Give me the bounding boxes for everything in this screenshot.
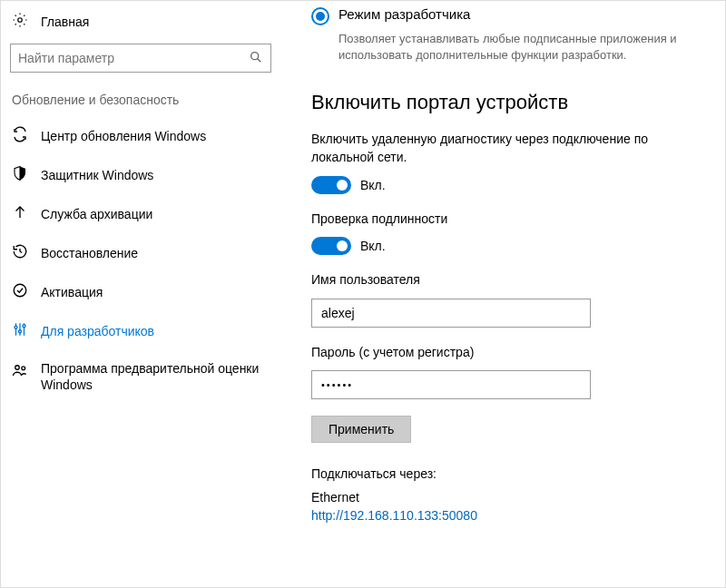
sidebar-item-defender[interactable]: Защитник Windows (8, 155, 273, 194)
sidebar: Главная Обновление и безопасность Центр … (1, 1, 280, 587)
sidebar-item-activation[interactable]: Активация (8, 272, 273, 311)
sidebar-item-backup[interactable]: Служба архивации (8, 194, 273, 233)
auth-toggle[interactable] (311, 237, 351, 255)
sidebar-item-label: Активация (41, 285, 103, 299)
section-heading: Включить портал устройств (311, 91, 694, 114)
sidebar-item-recovery[interactable]: Восстановление (8, 233, 273, 272)
sidebar-item-developers[interactable]: Для разработчиков (8, 311, 273, 350)
home-button[interactable]: Главная (8, 6, 273, 36)
gear-icon (12, 12, 28, 31)
history-icon (12, 243, 28, 262)
tools-icon (12, 321, 28, 340)
username-input[interactable] (311, 299, 591, 328)
main-content: Режим разработчика Позволяет устанавлива… (280, 1, 725, 587)
sidebar-item-label: Центр обновления Windows (41, 129, 206, 143)
radio-selected-icon (311, 7, 329, 25)
search-icon (249, 50, 263, 67)
svg-point-8 (19, 330, 22, 333)
svg-point-10 (23, 325, 25, 328)
svg-point-0 (18, 18, 23, 23)
svg-point-1 (251, 52, 259, 59)
sidebar-item-label: Программа предварительной оценки Windows (41, 360, 270, 393)
remote-diag-label: Включить удаленную диагностику через под… (311, 131, 694, 166)
sidebar-item-insider[interactable]: Программа предварительной оценки Windows (8, 350, 273, 403)
sidebar-item-label: Защитник Windows (41, 168, 153, 182)
apply-button[interactable]: Применить (311, 416, 411, 443)
people-icon (12, 362, 28, 381)
section-header: Обновление и безопасность (8, 89, 273, 116)
search-input[interactable] (18, 51, 249, 65)
password-input[interactable]: •••••• (311, 370, 591, 399)
sidebar-item-label: Служба архивации (41, 207, 152, 221)
username-label: Имя пользователя (311, 271, 694, 289)
svg-point-12 (22, 367, 25, 370)
connect-via-label: Подключаться через: (311, 466, 694, 481)
upload-icon (12, 204, 28, 223)
sidebar-item-label: Для разработчиков (41, 324, 154, 338)
search-input-container[interactable] (10, 44, 271, 73)
connection-type: Ethernet (311, 490, 694, 505)
toggle-state-label: Вкл. (360, 239, 386, 253)
svg-point-6 (15, 326, 17, 328)
sidebar-item-label: Восстановление (41, 246, 138, 260)
auth-label: Проверка подлинности (311, 211, 694, 229)
check-circle-icon (12, 282, 28, 301)
svg-point-11 (15, 366, 20, 370)
sidebar-item-windows-update[interactable]: Центр обновления Windows (8, 116, 273, 155)
radio-label: Режим разработчика (338, 6, 470, 22)
developer-mode-radio[interactable]: Режим разработчика (311, 6, 694, 25)
remote-diag-toggle[interactable] (311, 176, 351, 194)
home-label: Главная (41, 15, 89, 29)
password-label: Пароль (с учетом регистра) (311, 344, 694, 362)
svg-point-4 (14, 284, 26, 297)
sync-icon (12, 126, 28, 145)
svg-line-2 (258, 58, 261, 62)
toggle-state-label: Вкл. (360, 178, 386, 192)
shield-icon (12, 165, 28, 184)
device-portal-link[interactable]: http://192.168.110.133:50080 (311, 508, 477, 523)
radio-description: Позволяет устанавливать любые подписанны… (338, 31, 694, 64)
